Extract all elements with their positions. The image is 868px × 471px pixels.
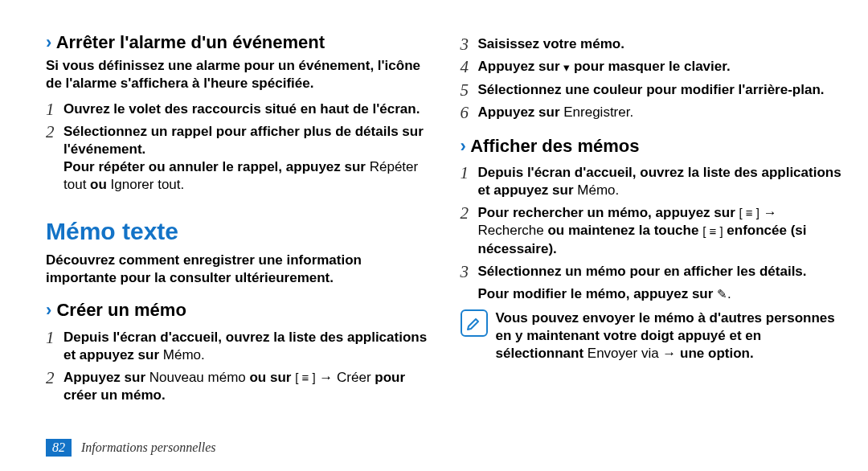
note-text-part: Envoyer via xyxy=(588,346,659,361)
list-item: 4 Appuyez sur ▾ pour masquer le clavier. xyxy=(461,58,843,76)
step-number: 5 xyxy=(461,81,472,99)
note-icon xyxy=(461,309,488,337)
step-number: 1 xyxy=(46,100,57,118)
heading-create-memo: › Créer un mémo xyxy=(46,300,428,321)
list-item: 6 Appuyez sur Enregistrer. xyxy=(461,104,843,121)
arrow-icon: → xyxy=(760,205,777,220)
note-block: Vous pouvez envoyer le mémo à d'autres p… xyxy=(461,309,843,362)
chevron-icon: › xyxy=(461,136,466,156)
heading-memo: Mémo texte xyxy=(46,218,428,245)
step-text: Sélectionnez un rappel pour afficher plu… xyxy=(63,124,424,157)
menu-icon: [ ≡ ] xyxy=(739,204,759,222)
step-text: Appuyez sur xyxy=(478,59,564,74)
step-text: Depuis l'écran d'accueil, ouvrez la list… xyxy=(63,330,427,362)
step-text: . xyxy=(629,104,633,120)
step-text: pour masquer le clavier. xyxy=(570,59,730,74)
step-text: Pour répéter ou annuler le rappel, appuy… xyxy=(63,159,370,174)
list-item: 1 Depuis l'écran d'accueil, ouvrez la li… xyxy=(461,164,843,199)
step-number: 2 xyxy=(46,123,57,194)
step-text: Ouvrez le volet des raccourcis situé en … xyxy=(63,101,420,117)
step-number: 3 xyxy=(461,35,472,53)
step-text: Enregistrer xyxy=(563,104,629,120)
page-number: 82 xyxy=(46,439,72,457)
list-item: 2 Pour rechercher un mémo, appuyez sur [… xyxy=(461,204,843,258)
step-text: Recherche xyxy=(478,223,544,238)
step-content: Sélectionnez une couleur pour modifier l… xyxy=(478,81,843,99)
step-number: 1 xyxy=(46,329,57,364)
step-text: ou sur xyxy=(246,370,295,385)
left-column: › Arrêter l'alarme d'un événement Si vou… xyxy=(46,32,428,457)
create-memo-steps: 1 Depuis l'écran d'accueil, ouvrez la li… xyxy=(46,329,428,405)
step-text: . xyxy=(201,347,205,362)
list-item: 2 Sélectionnez un rappel pour afficher p… xyxy=(46,123,428,194)
step-text: Créer xyxy=(337,370,371,385)
step-text: ou xyxy=(86,177,110,192)
page-footer: 82 Informations personnelles xyxy=(46,439,216,457)
stop-alarm-steps: 1 Ouvrez le volet des raccourcis situé e… xyxy=(46,100,428,194)
list-item: 5 Sélectionnez une couleur pour modifier… xyxy=(461,81,843,99)
edit-icon: ✎ xyxy=(717,285,727,303)
chevron-icon: › xyxy=(46,300,51,320)
step-text: Pour modifier le mémo, appuyez sur xyxy=(478,286,718,301)
step-number: 2 xyxy=(461,204,472,258)
list-item: 2 Appuyez sur Nouveau mémo ou sur [ ≡ ] … xyxy=(46,369,428,405)
step-text: . xyxy=(616,182,620,198)
step-content: Sélectionnez un mémo pour en afficher le… xyxy=(478,263,843,281)
step-text: Mémo xyxy=(577,182,615,198)
step-text: Pour rechercher un mémo, appuyez sur xyxy=(478,205,739,220)
step-content: Saisissez votre mémo. xyxy=(478,35,843,53)
list-item: 3 Saisissez votre mémo. xyxy=(461,35,843,53)
step-content: Pour modifier le mémo, appuyez sur ✎. xyxy=(478,285,843,304)
show-memos-steps: 1 Depuis l'écran d'accueil, ouvrez la li… xyxy=(461,164,843,304)
list-item: 1 Ouvrez le volet des raccourcis situé e… xyxy=(46,100,428,118)
menu-icon: [ ≡ ] xyxy=(702,223,723,240)
step-text: . xyxy=(727,286,731,301)
right-column: 3 Saisissez votre mémo. 4 Appuyez sur ▾ … xyxy=(461,32,843,457)
heading-text: Afficher des mémos xyxy=(470,136,639,156)
step-content: Pour rechercher un mémo, appuyez sur [ ≡… xyxy=(478,204,843,258)
step-content: Ouvrez le volet des raccourcis situé en … xyxy=(63,100,428,118)
step-text: . xyxy=(181,177,185,192)
step-text: Nouveau mémo xyxy=(149,370,246,385)
step-text: Appuyez sur xyxy=(63,370,149,385)
step-number: 4 xyxy=(461,58,472,76)
page: › Arrêter l'alarme d'un événement Si vou… xyxy=(0,0,868,471)
create-memo-steps-cont: 3 Saisissez votre mémo. 4 Appuyez sur ▾ … xyxy=(461,35,843,121)
step-content: Depuis l'écran d'accueil, ouvrez la list… xyxy=(478,164,843,199)
step-content: Depuis l'écran d'accueil, ouvrez la list… xyxy=(63,329,428,364)
memo-intro: Découvrez comment enregistrer une inform… xyxy=(46,252,428,287)
note-text: Vous pouvez envoyer le mémo à d'autres p… xyxy=(496,309,843,362)
heading-text: Arrêter l'alarme d'un événement xyxy=(56,32,325,52)
step-content: Sélectionnez un rappel pour afficher plu… xyxy=(63,123,428,194)
list-item: 1 Depuis l'écran d'accueil, ouvrez la li… xyxy=(46,329,428,364)
step-number xyxy=(461,285,472,304)
note-text-part: une option. xyxy=(680,346,754,361)
heading-stop-alarm: › Arrêter l'alarme d'un événement xyxy=(46,32,428,53)
menu-icon: [ ≡ ] xyxy=(295,369,315,387)
step-text: Ignorer tout xyxy=(111,177,181,192)
step-content: Appuyez sur Nouveau mémo ou sur [ ≡ ] → … xyxy=(63,369,428,405)
footer-section-label: Informations personnelles xyxy=(81,440,216,455)
step-text: Depuis l'écran d'accueil, ouvrez la list… xyxy=(478,165,841,198)
step-number: 1 xyxy=(461,164,472,199)
step-number: 6 xyxy=(461,104,472,121)
list-item: 3 Sélectionnez un mémo pour en afficher … xyxy=(461,263,843,281)
step-content: Appuyez sur Enregistrer. xyxy=(478,104,843,121)
step-text: ou maintenez la touche xyxy=(544,223,702,238)
arrow-icon: → xyxy=(659,346,680,361)
heading-show-memos: › Afficher des mémos xyxy=(461,136,843,157)
chevron-icon: › xyxy=(46,32,51,52)
intro-text: Si vous définissez une alarme pour un év… xyxy=(46,57,428,92)
step-text: Appuyez sur xyxy=(478,104,564,120)
step-number: 2 xyxy=(46,369,57,405)
list-item: Pour modifier le mémo, appuyez sur ✎. xyxy=(461,285,843,304)
step-content: Appuyez sur ▾ pour masquer le clavier. xyxy=(478,58,843,76)
arrow-icon: → xyxy=(316,370,337,385)
step-text: Mémo xyxy=(163,347,201,362)
step-number: 3 xyxy=(461,263,472,281)
heading-text: Créer un mémo xyxy=(56,300,186,320)
